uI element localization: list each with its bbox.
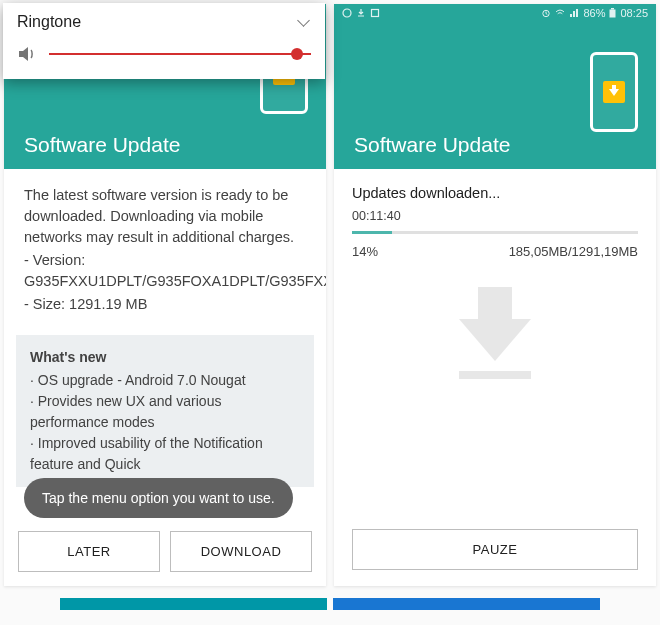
download-elapsed-time: 00:11:40 — [352, 209, 638, 223]
slider-thumb[interactable] — [291, 48, 303, 60]
ringtone-volume-panel[interactable]: Ringtone — [3, 3, 325, 79]
phone-download-illustration — [590, 52, 638, 132]
button-row: PAUZE — [334, 515, 656, 586]
pause-button[interactable]: PAUZE — [352, 529, 638, 570]
whats-new-item: · Provides new UX and various performanc… — [30, 391, 300, 433]
phone-right-downloading: 86% 08:25 Software Update Updates downlo… — [334, 4, 656, 586]
app-icon — [370, 8, 380, 18]
progress-size: 185,05MB/1291,19MB — [509, 244, 638, 259]
status-bar: 86% 08:25 — [334, 4, 656, 22]
battery-icon — [609, 8, 616, 18]
notification-icon — [342, 8, 352, 18]
svg-rect-4 — [611, 8, 614, 10]
progress-percent: 14% — [352, 244, 378, 259]
download-button[interactable]: DOWNLOAD — [170, 531, 312, 572]
download-status-text: Updates downloaden... — [352, 185, 638, 201]
help-tooltip: Tap the menu option you want to use. — [24, 478, 293, 518]
decorative-bottom-bars — [0, 590, 660, 620]
update-size: - Size: 1291.19 MB — [24, 294, 306, 315]
update-description: The latest software version is ready to … — [4, 169, 326, 323]
whats-new-item: · Improved usability of the Notification… — [30, 433, 300, 475]
banner: Software Update — [334, 22, 656, 169]
battery-percent: 86% — [583, 7, 605, 19]
progress-fill — [352, 231, 392, 234]
svg-rect-3 — [610, 10, 616, 18]
volume-slider[interactable] — [49, 53, 311, 55]
banner-title: Software Update — [354, 133, 510, 157]
whats-new-item: · OS upgrade - Android 7.0 Nougat — [30, 370, 300, 391]
wifi-icon — [555, 8, 565, 18]
svg-point-0 — [343, 9, 351, 17]
update-intro-text: The latest software version is ready to … — [24, 185, 306, 248]
chevron-down-icon[interactable] — [297, 15, 311, 29]
volume-icon — [17, 45, 37, 63]
button-row: LATER DOWNLOAD — [4, 519, 326, 586]
whats-new-panel: What's new · OS upgrade - Android 7.0 No… — [16, 335, 314, 487]
clock: 08:25 — [620, 7, 648, 19]
later-button[interactable]: LATER — [18, 531, 160, 572]
svg-rect-1 — [372, 10, 379, 17]
whats-new-title: What's new — [30, 347, 300, 368]
update-version: - Version: G935FXXU1DPLT/G935FOXA1DPLT/G… — [24, 250, 306, 292]
phone-left-update-prompt: Software Update The latest software vers… — [4, 4, 326, 586]
alarm-icon — [541, 8, 551, 18]
download-icon — [356, 8, 366, 18]
progress-bar — [352, 231, 638, 234]
signal-icon — [569, 8, 579, 18]
ringtone-label: Ringtone — [17, 13, 81, 31]
banner-title: Software Update — [24, 133, 180, 157]
download-large-icon — [450, 319, 540, 379]
